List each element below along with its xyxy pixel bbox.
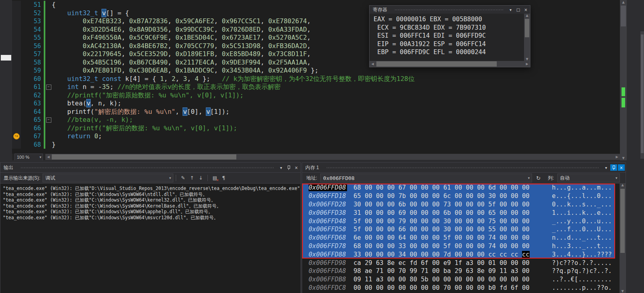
line-number[interactable]: 67 — [21, 133, 41, 140]
memory-address[interactable]: 0x006FFDB8 — [309, 276, 347, 283]
memory-row[interactable]: 0x006FFD7868 00 00 00 33 00 00 00 5f 00 … — [302, 242, 615, 251]
line-number[interactable]: 66 — [21, 125, 41, 132]
register-row[interactable]: ESI = 006FFC14 EDI = 006FFD9C — [374, 32, 524, 40]
line-number[interactable]: 53 — [21, 18, 41, 25]
breakpoint-margin[interactable]: ↪ — [12, 132, 21, 141]
memory-hex-bytes[interactable]: 5f 00 00 00 66 00 00 00 30 00 00 00 55 0… — [353, 226, 530, 233]
line-number[interactable]: 56 — [21, 42, 41, 50]
memory-ascii[interactable]: ??q.p?q.?)c?..?. — [552, 267, 612, 275]
scroll-up-icon[interactable]: ▲ — [524, 14, 530, 17]
refresh-icon[interactable]: ↻ — [536, 175, 540, 181]
scrollbar-thumb[interactable] — [620, 189, 625, 253]
breakpoint-margin[interactable] — [12, 67, 21, 75]
scroll-down-icon[interactable]: ▼ — [620, 289, 626, 293]
line-number[interactable]: 52 — [21, 10, 41, 17]
memory-row[interactable]: 0x006FFD3831 00 00 00 69 00 00 00 6b 00 … — [302, 208, 615, 217]
drag-grip[interactable] — [20, 167, 274, 169]
breakpoint-margin[interactable] — [12, 83, 21, 91]
code-line[interactable]: 61− int n = -35; //n的绝对值表示v的长度，取正表示加密，取负… — [12, 83, 620, 91]
breakpoint-margin[interactable] — [12, 108, 21, 116]
memory-ascii[interactable]: ?)c???o.?.?..... — [552, 259, 612, 267]
line-number[interactable]: 68 — [21, 141, 41, 148]
breakpoint-margin[interactable] — [12, 124, 21, 133]
memory-address[interactable]: 0x006FFD58 — [309, 226, 347, 233]
registers-content[interactable]: EAX = 00000016 EBX = 005B8000 ECX = 9CBC… — [370, 14, 524, 61]
memory-hex-bytes[interactable]: 65 00 00 00 7b 00 00 00 6c 00 00 00 30 0… — [353, 192, 530, 200]
memory-row[interactable]: 0x006FFDB809 11 a3 00 00 80 5b 00 00 00 … — [302, 275, 615, 284]
memory-row[interactable]: 0x006FFDA898 ae 71 00 70 99 71 00 ba 29 … — [302, 267, 615, 275]
line-number[interactable]: 59 — [21, 67, 41, 74]
pin-icon[interactable] — [285, 164, 292, 171]
breakpoint-margin[interactable] — [12, 59, 21, 67]
scrollbar-thumb[interactable] — [376, 61, 497, 67]
memory-hex-bytes[interactable]: 31 00 00 00 69 00 00 00 6b 00 00 00 65 0… — [353, 209, 530, 216]
previous-message-icon[interactable]: ↑ — [187, 174, 196, 182]
register-row[interactable]: EIP = 00A31922 ESP = 006FFC14 — [374, 40, 524, 48]
output-content[interactable]: "tea_encode.exe" (Win32): 已加载"D:\Visual_… — [0, 184, 301, 293]
memory-address[interactable]: 0x006FFD38 — [309, 209, 347, 216]
next-message-icon[interactable]: ↓ — [196, 174, 205, 182]
output-line[interactable]: "tea_encode.exe" (Win32): 已加载"C:\Windows… — [3, 215, 301, 221]
memory-row[interactable]: 0x006FFD8833 00 00 00 34 00 00 00 7d 00 … — [302, 250, 615, 259]
breakpoint-margin[interactable] — [12, 116, 21, 124]
memory-address[interactable]: 0x006FFD18 — [309, 192, 347, 200]
scrollbar-thumb[interactable] — [52, 154, 236, 160]
memory-row[interactable]: 0x006FFD1865 00 00 00 7b 00 00 00 6c 00 … — [302, 192, 615, 200]
memory-row[interactable]: 0x006FFD585f 00 00 00 66 00 00 00 30 00 … — [302, 225, 615, 234]
editor-vertical-scrollbar[interactable]: ▲ ▼ — [620, 0, 627, 160]
collapse-region-icon[interactable]: − — [46, 117, 51, 123]
collapse-region-icon[interactable]: − — [46, 85, 51, 90]
memory-ascii[interactable]: _...f...0...U... — [552, 226, 612, 233]
line-number[interactable]: 64 — [21, 108, 41, 115]
drag-grip[interactable] — [326, 167, 599, 169]
memory-row[interactable]: 0x006FFD98ca 29 63 8e ec fd 6f 00 e9 1f … — [302, 259, 615, 267]
output-source-dropdown[interactable]: 调试 ▾ — [43, 174, 173, 182]
memory-row[interactable]: 0x006FFD2830 00 00 00 6b 00 00 00 73 00 … — [302, 200, 615, 209]
memory-address-input[interactable]: 0x006FFD08 ▾ — [320, 174, 532, 182]
close-icon[interactable]: × — [618, 164, 625, 171]
memory-row[interactable]: 0x006FFD686e 00 00 00 64 00 00 00 5f 00 … — [302, 234, 615, 242]
breakpoint-margin[interactable] — [12, 9, 21, 18]
memory-address[interactable]: 0x006FFDC8 — [309, 284, 347, 291]
memory-address[interactable]: 0x006FFD08 — [309, 184, 347, 191]
scroll-down-icon[interactable]: ▼ — [620, 156, 627, 160]
memory-address[interactable]: 0x006FFD68 — [309, 234, 347, 241]
close-icon[interactable]: × — [522, 6, 529, 13]
breakpoint-margin[interactable] — [12, 26, 21, 34]
editor-horizontal-scrollbar[interactable]: ◀ ▶ — [45, 154, 620, 160]
find-message-icon[interactable]: ✎ — [179, 174, 187, 182]
line-number[interactable]: 62 — [21, 92, 41, 99]
scroll-right-icon[interactable]: ▶ — [614, 155, 620, 159]
output-line[interactable]: "tea_encode.exe" (Win32): 已加载"D:\Visual_… — [3, 186, 301, 192]
code-line[interactable]: 62 //printf("加密前原始数据: %u %u\n", v[0], v[… — [12, 91, 620, 100]
memory-row[interactable]: 0x006FFD0868 00 00 00 67 00 00 00 61 00 … — [302, 184, 615, 192]
window-position-icon[interactable]: ▾ — [603, 164, 609, 171]
zoom-control[interactable]: 100 % ▾ — [14, 154, 43, 161]
line-number[interactable]: 55 — [21, 34, 41, 41]
clear-all-icon[interactable]: ▤× — [210, 174, 219, 182]
breakpoint-margin[interactable] — [12, 75, 21, 83]
window-position-icon[interactable]: ▾ — [278, 164, 284, 171]
memory-row[interactable]: 0x006FFD485f 00 00 00 79 00 00 00 30 00 … — [302, 217, 615, 225]
line-number[interactable]: 60 — [21, 75, 41, 83]
memory-ascii[interactable]: 1...i...k...e... — [552, 209, 612, 216]
drag-grip[interactable] — [394, 9, 503, 11]
registers-titlebar[interactable]: 寄存器 ▾ □ × — [370, 6, 530, 14]
memory-address[interactable]: 0x006FFD28 — [309, 201, 347, 208]
code-line[interactable]: 63 btea(v, n, k); — [12, 99, 620, 108]
code-line[interactable]: 66 //printf("解密后的数据: %u %u\n", v[0], v[1… — [12, 124, 620, 133]
breakpoint-margin[interactable] — [12, 141, 21, 149]
code-line[interactable]: 68} — [12, 141, 620, 149]
memory-hex-bytes[interactable]: 68 00 00 00 67 00 00 00 61 00 00 00 6d 0… — [353, 184, 530, 191]
scrollbar-thumb[interactable] — [641, 34, 644, 153]
memory-ascii[interactable]: n...d..._...t... — [552, 234, 612, 241]
breakpoint-margin[interactable] — [12, 50, 21, 59]
output-line[interactable]: "tea_encode.exe" (Win32): 已加载"C:\Windows… — [3, 203, 301, 209]
word-wrap-icon[interactable]: ¶ — [219, 174, 228, 182]
scroll-down-icon[interactable]: ▼ — [524, 57, 530, 61]
line-number[interactable]: 57 — [21, 51, 41, 58]
register-row[interactable]: EAX = 00000016 EBX = 005B8000 — [374, 15, 524, 24]
memory-hex-bytes[interactable]: 98 ae 71 00 70 99 71 00 ba 29 63 8e 09 1… — [353, 267, 530, 275]
memory-hex-bytes[interactable]: 68 00 00 00 33 00 00 00 5f 00 00 00 74 0… — [353, 242, 530, 250]
memory-address[interactable]: 0x006FFD48 — [309, 218, 347, 225]
